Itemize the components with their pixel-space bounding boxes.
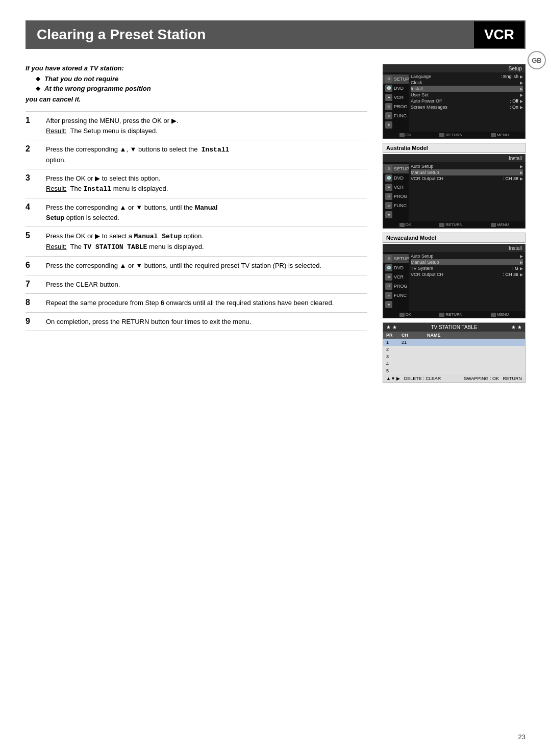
nz-row-autosetup: Auto Setup ▶: [411, 253, 523, 259]
nz-row-manualsetup: Manual Setup ▶: [411, 259, 523, 265]
install-nz-main: Auto Setup ▶ Manual Setup ▶ TV System : …: [409, 252, 525, 311]
tv-table-row-4: 4: [383, 360, 525, 367]
tv-row3-name: [427, 354, 522, 359]
step-num-7: 7: [26, 280, 41, 289]
page: Clearing a Preset Station VCR GB If you …: [0, 0, 551, 756]
cancel-text: you can cancel it.: [26, 95, 367, 103]
aus-sidebar-func: ≡ FUNC: [383, 201, 409, 210]
install-aus-footer: OK RETURN MENU: [383, 221, 525, 228]
nz-sidebar-star: ★: [383, 300, 409, 309]
bullet-text-1: That you do not require: [44, 75, 118, 83]
aus-prog-icon: ⊙: [385, 193, 392, 200]
menu-icon: [491, 133, 496, 137]
step-content-2: Press the corresponding ▲, ▼ buttons to …: [46, 144, 367, 165]
col-ch: CH: [402, 333, 427, 338]
tv-row2-name: [427, 347, 522, 352]
tv-table-row-3: 3: [383, 353, 525, 360]
setup-row-install: Install ▶: [411, 86, 523, 92]
footer-return: RETURN: [439, 133, 462, 137]
step-3: 3 Press the OK or ▶ to select this optio…: [26, 169, 367, 198]
page-number: 23: [518, 733, 525, 741]
aus-row-vcroutput: VCR Output CH : CH 38 ▶: [411, 175, 523, 182]
aus-sidebar-star: ★: [383, 210, 409, 219]
star-icon: ★: [385, 121, 392, 129]
page-title: Clearing a Preset Station: [37, 27, 206, 42]
sidebar-prog: ⊙ PROG: [383, 102, 409, 111]
step-num-9: 9: [26, 317, 41, 326]
col-name: NAME: [427, 333, 522, 338]
step-8: 8 Repeat the same procedure from Step 6 …: [26, 293, 367, 312]
setup-screen-header: Setup: [383, 65, 525, 72]
vcr-label: VCR: [474, 21, 524, 48]
install-aus-sidebar: ⚙ SETUP 💿 DVD 📼 VCR ⊙: [383, 162, 409, 221]
aus-sidebar-setup: ⚙ SETUP: [383, 164, 409, 173]
setup-main: Language : English ▶ Clock ▶ Install ▶: [409, 72, 525, 132]
setup-screen-body: ⚙ SETUP 💿 DVD 📼 VCR ⊙: [383, 72, 525, 132]
if-line: If you have stored a TV station:: [26, 64, 367, 72]
install-aus-main: Auto Setup ▶ Manual Setup ▶ VCR Output C…: [409, 162, 525, 221]
install-aus-body: ⚙ SETUP 💿 DVD 📼 VCR ⊙: [383, 162, 525, 221]
install-aus-header: Install: [383, 155, 525, 162]
tv-row5-ch: [402, 368, 427, 373]
nz-sidebar-vcr: 📼 VCR: [383, 272, 409, 282]
tv-row3-ch: [402, 354, 427, 359]
step-num-2: 2: [26, 144, 41, 154]
step-num-5: 5: [26, 231, 41, 240]
aus-vcr-icon: 📼: [385, 184, 392, 191]
step-num-6: 6: [26, 261, 41, 270]
nz-ok-icon: [399, 313, 405, 317]
tv-row1-name: [427, 340, 522, 345]
sidebar-dvd: 💿 DVD: [383, 84, 409, 93]
tv-row2-ch: [402, 347, 427, 352]
setup-row-language: Language : English ▶: [411, 73, 523, 80]
setup-screen: Setup ⚙ SETUP 💿 DVD 📼 VCR: [383, 64, 525, 139]
install-nz-body: ⚙ SETUP 💿 DVD 📼 VCR ⊙: [383, 252, 525, 311]
install-nz-sidebar: ⚙ SETUP 💿 DVD 📼 VCR ⊙: [383, 252, 409, 311]
tv-row5-name: [427, 368, 522, 373]
tv-station-table-mono: TV STATION TABLE: [83, 243, 147, 251]
aus-dvd-icon: 💿: [385, 174, 392, 182]
aus-footer-return: RETURN: [439, 222, 462, 227]
tv-station-table: ★ ★ TV STATION TABLE ★ ★ PR CH NAME 1 21…: [383, 322, 525, 383]
setup-row-screenmsg: Screen Messages : On ▶: [411, 104, 523, 110]
nz-vcr-icon: 📼: [385, 273, 392, 281]
aus-sidebar-dvd: 💿 DVD: [383, 173, 409, 183]
step-num-3: 3: [26, 173, 41, 183]
nz-footer-ok: OK: [399, 312, 412, 317]
tv-table-stars-right: ★ ★: [511, 324, 522, 330]
nz-star-icon: ★: [385, 301, 392, 308]
setup-icon: ⚙: [385, 75, 392, 83]
step-6: 6 Press the corresponding ▲ or ▼ buttons…: [26, 256, 367, 275]
step-num-1: 1: [26, 116, 41, 125]
nz-prog-icon: ⊙: [385, 283, 392, 290]
left-column: If you have stored a TV station: ◆ That …: [26, 64, 372, 383]
tv-table-row-1: 1 21: [383, 339, 525, 346]
step-5: 5 Press the OK or ▶ to select a Manual S…: [26, 226, 367, 256]
step-num-4: 4: [26, 203, 41, 212]
step-1: 1 After pressing the MENU, press the OK …: [26, 111, 367, 140]
step-content-9: On completion, press the RETURN button f…: [46, 317, 367, 327]
nz-sidebar-dvd: 💿 DVD: [383, 263, 409, 272]
tv-footer-left: ▲▼ ▶ DELETE : CLEAR: [386, 376, 441, 381]
nz-footer-return: RETURN: [439, 312, 462, 317]
bullet-diamond-1: ◆: [36, 75, 40, 82]
step-content-6: Press the corresponding ▲ or ▼ buttons, …: [46, 261, 367, 271]
result-label-3: Result:: [46, 185, 66, 192]
step-content-4: Press the corresponding ▲ or ▼ buttons, …: [46, 203, 367, 222]
return-icon: [439, 133, 444, 137]
nz-menu-icon: [491, 313, 496, 317]
setup-row-autopwr: Auto Power Off : Off ▶: [411, 98, 523, 104]
tv-table-columns: PR CH NAME: [383, 332, 525, 339]
right-column: Setup ⚙ SETUP 💿 DVD 📼 VCR: [383, 64, 525, 383]
tv-row4-ch: [402, 361, 427, 366]
nz-sidebar-prog: ⊙ PROG: [383, 282, 409, 291]
manual-setup-mono-5: Manual Setup: [134, 233, 182, 240]
nz-setup-icon: ⚙: [385, 255, 392, 262]
aus-footer-menu: MENU: [491, 222, 509, 227]
aus-menu-icon: [491, 223, 496, 227]
nz-dvd-icon: 💿: [385, 264, 392, 271]
gb-badge: GB: [528, 51, 546, 69]
australia-model-label: Australia Model: [383, 143, 525, 153]
result-label-1: Result:: [46, 127, 66, 135]
footer-ok: OK: [399, 133, 412, 137]
